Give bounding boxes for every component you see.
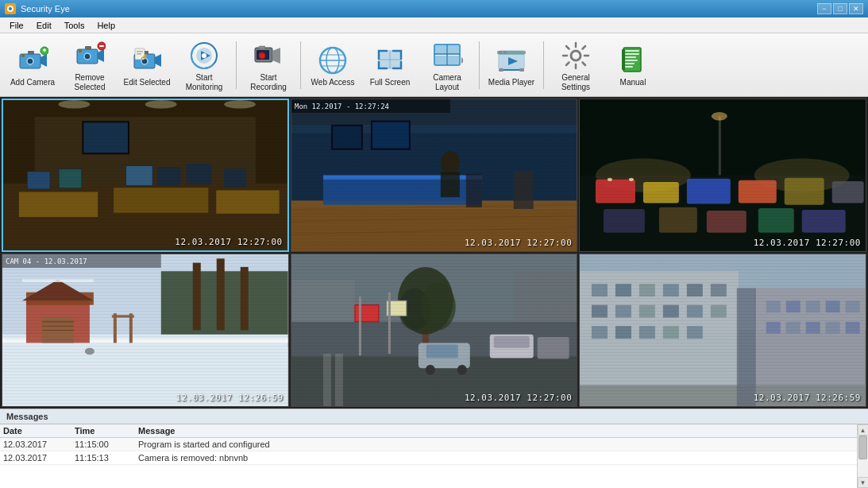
edit-selected-label: Edit Selected [124,78,171,87]
svg-rect-46 [434,45,446,54]
svg-rect-76 [625,63,635,64]
msg-time-1: 11:15:00 [75,440,138,449]
add-camera-icon [17,45,48,76]
menu-file[interactable]: File [3,19,30,32]
svg-line-68 [583,62,586,65]
camera-feed-6: 12.03.2017 12:26:59 [580,254,866,406]
general-settings-button[interactable]: General Settings [548,37,604,93]
camera-cell-3[interactable]: 12.03.2017 12:27:00 [579,99,866,252]
camera-cell-4[interactable]: CAM 04 - 12.03.2017 12.03.2017 12:26:59 [2,254,289,407]
svg-rect-57 [503,51,507,54]
svg-point-31 [202,53,206,58]
monitoring-icon [188,40,220,72]
msg-date-2: 12.03.2017 [3,453,75,463]
menu-help[interactable]: Help [91,19,122,32]
camera-layout-button[interactable]: Camera Layout [419,37,475,93]
window-title: Security Eye [21,4,70,14]
web-access-button[interactable]: Web Access [305,37,361,93]
svg-rect-72 [625,50,639,52]
media-player-button[interactable]: Media Player [484,37,539,93]
add-camera-button[interactable]: Add Camera [5,37,60,93]
svg-rect-75 [625,60,638,61]
maximize-button[interactable]: □ [833,3,847,14]
svg-rect-47 [448,45,460,54]
svg-rect-16 [99,45,104,47]
settings-icon [560,40,592,72]
camera-feed-1: 12.03.2017 12:27:00 [3,100,287,250]
full-screen-label: Full Screen [370,78,411,87]
scroll-thumb[interactable] [858,436,867,459]
svg-rect-73 [625,53,639,55]
msg-text-2: Camera is removed: nbnvnb [138,453,854,463]
title-bar: Security Eye − □ ✕ [0,0,868,17]
scroll-track[interactable] [858,436,868,477]
camera-cell-1[interactable]: 12.03.2017 12:27:00 [2,99,289,252]
camera-layout-label: Camera Layout [422,73,473,92]
svg-rect-56 [499,51,502,54]
web-access-label: Web Access [311,78,355,87]
svg-rect-77 [625,66,633,68]
msg-date-1: 12.03.2017 [3,440,75,449]
menu-edit[interactable]: Edit [30,19,58,32]
manual-button[interactable]: Manual [605,37,661,93]
close-button[interactable]: ✕ [849,3,863,14]
edit-selected-button[interactable]: Edit Selected [119,37,175,93]
messages-header: Messages [0,409,868,424]
col-time: Time [75,426,138,436]
remove-selected-button[interactable]: Remove Selected [62,37,118,93]
svg-rect-24 [137,53,141,55]
svg-point-4 [27,58,33,64]
toolbar-sep-3 [479,41,480,89]
start-monitoring-button[interactable]: Start Monitoring [176,37,232,93]
title-bar-left: Security Eye [5,3,70,14]
svg-marker-52 [461,57,463,64]
messages-content: Date Time Message 12.03.2017 11:15:00 Pr… [0,424,857,488]
feed-overlay-3 [580,99,866,251]
messages-body: Date Time Message 12.03.2017 11:15:00 Pr… [0,424,868,488]
svg-point-13 [79,49,82,52]
messages-scrollbar[interactable]: ▲ ▼ [857,424,868,488]
camera-cell-5[interactable]: 12.03.2017 12:27:00 [291,254,578,407]
camera-feed-4: CAM 04 - 12.03.2017 12.03.2017 12:26:59 [2,254,288,406]
scroll-up-arrow[interactable]: ▲ [858,424,869,436]
camera-timestamp-4: 12.03.2017 12:26:59 [176,393,283,403]
camera-timestamp-1: 12.03.2017 12:27:00 [175,237,282,247]
record-icon [253,40,284,72]
toolbar: Add Camera Remove Selected [0,33,868,97]
svg-rect-78 [622,49,625,70]
col-date: Date [3,426,75,436]
camera-timestamp-5: 12.03.2017 12:27:00 [465,393,572,403]
camera-feed-3: 12.03.2017 12:27:00 [580,99,866,251]
msg-time-2: 11:15:13 [75,453,138,463]
message-row-2: 12.03.2017 11:15:13 Camera is removed: n… [0,451,857,465]
layout-icon [431,40,463,72]
camera-cell-6[interactable]: 12.03.2017 12:26:59 [579,254,866,407]
media-player-icon [496,45,527,76]
col-message: Message [138,426,854,436]
camera-cell-2[interactable]: Mon 12.2017 - 12:27:24 12.03.2017 12:27:… [291,99,578,252]
remove-selected-label: Remove Selected [64,73,115,92]
svg-marker-11 [98,49,104,62]
feed-overlay-2 [291,99,577,251]
menu-tools[interactable]: Tools [58,19,91,32]
minimize-button[interactable]: − [817,3,831,14]
svg-point-62 [571,51,581,60]
camera-feed-5: 12.03.2017 12:27:00 [291,254,577,406]
svg-line-67 [566,46,569,49]
feed-overlay-1 [3,100,287,250]
start-recording-button[interactable]: Start Recording [241,37,296,93]
svg-rect-6 [28,51,34,54]
remove-camera-icon [74,40,106,72]
messages-column-headers: Date Time Message [0,424,857,438]
title-bar-controls: − □ ✕ [817,3,863,14]
manual-icon [617,45,649,76]
camera-timestamp-2: 12.03.2017 12:27:00 [465,238,572,248]
general-settings-label: General Settings [550,73,601,92]
scroll-down-arrow[interactable]: ▼ [858,477,869,488]
feed-overlay-6 [580,254,866,406]
toolbar-sep-2 [300,41,301,89]
messages-panel: Messages Date Time Message 12.03.2017 11… [0,409,868,488]
full-screen-button[interactable]: Full Screen [362,37,418,93]
start-recording-label: Start Recording [243,73,294,92]
svg-rect-49 [448,56,460,65]
